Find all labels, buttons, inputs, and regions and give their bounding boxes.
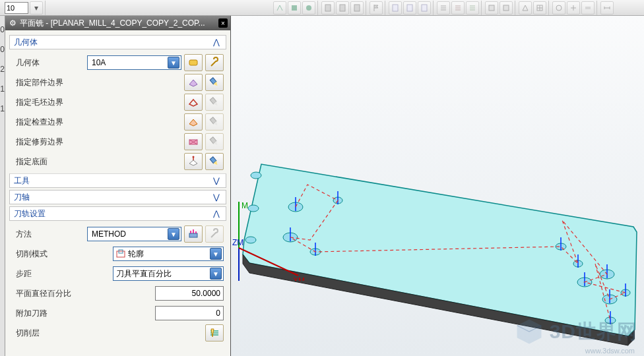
left-rail: 0 0 2 1 1 bbox=[0, 16, 5, 356]
method-dropdown[interactable]: METHOD ▼ bbox=[87, 227, 181, 241]
cut-mode-label: 切削模式 bbox=[16, 249, 84, 260]
section-path-label: 刀轨设置 bbox=[14, 208, 46, 220]
tb-misc-1[interactable] bbox=[552, 1, 565, 15]
tb-doc-3[interactable] bbox=[350, 1, 364, 15]
cut-mode-dropdown[interactable]: 轮廓 ▼ bbox=[113, 247, 224, 261]
svg-rect-22 bbox=[117, 251, 125, 257]
svg-rect-21 bbox=[189, 233, 197, 237]
tb-page-3[interactable] bbox=[418, 1, 431, 15]
step-label: 步距 bbox=[16, 268, 84, 280]
rail-num-3: 1 bbox=[0, 84, 5, 94]
rail-num-2: 2 bbox=[0, 65, 5, 74]
blank-bound-highlight-icon[interactable] bbox=[205, 94, 224, 111]
tb-sheet-1[interactable] bbox=[485, 1, 498, 15]
method-label: 方法 bbox=[16, 229, 84, 240]
section-path[interactable]: 刀轨设置 ⋀ bbox=[9, 206, 226, 221]
geom-body-dropdown[interactable]: 10A ▼ bbox=[87, 55, 181, 70]
tb-list-2[interactable] bbox=[451, 1, 465, 15]
trim-bound-label: 指定修剪边界 bbox=[16, 136, 84, 148]
section-geometry[interactable]: 几何体 ⋀ bbox=[9, 35, 226, 49]
tb-icon-2[interactable] bbox=[288, 1, 301, 15]
svg-rect-7 bbox=[422, 5, 427, 11]
top-toolbar: ▾ bbox=[0, 0, 644, 16]
cut-mode-value: 轮廓 bbox=[128, 249, 207, 260]
rail-num-0: 0 bbox=[0, 25, 5, 34]
part-bound-highlight-icon[interactable] bbox=[205, 74, 224, 91]
watermark: 3D世界网 bbox=[514, 316, 637, 347]
section-tool-label: 工具 bbox=[14, 175, 30, 187]
svg-rect-3 bbox=[340, 5, 345, 11]
axis-triad: M ZM XM bbox=[232, 195, 311, 281]
tb-page-2[interactable] bbox=[403, 1, 416, 15]
geom-wrench-icon[interactable] bbox=[205, 54, 224, 71]
section-axis[interactable]: 刀轴 ⋁ bbox=[9, 190, 226, 204]
trim-bound-icon[interactable] bbox=[184, 133, 203, 150]
cut-level-icon[interactable] bbox=[205, 324, 224, 341]
close-icon[interactable]: × bbox=[218, 18, 228, 28]
rail-num-4: 1 bbox=[0, 104, 5, 113]
chevron-up-icon: ⋀ bbox=[211, 209, 222, 218]
dialog-titlebar[interactable]: ⚙ 平面铣 - [PLANAR_MILL_4_COPY_COPY_2_COP..… bbox=[5, 16, 230, 30]
tb-doc-2[interactable] bbox=[336, 1, 349, 15]
tb-list-3[interactable] bbox=[466, 1, 479, 15]
rail-num-1: 0 bbox=[0, 45, 5, 54]
method-edit-icon[interactable] bbox=[184, 225, 203, 243]
check-bound-icon[interactable] bbox=[184, 113, 203, 131]
svg-rect-2 bbox=[325, 5, 331, 11]
flat-pct-input[interactable] bbox=[155, 286, 224, 301]
tb-doc-1[interactable] bbox=[321, 1, 335, 15]
tb-flag-icon[interactable] bbox=[370, 1, 383, 15]
svg-point-19 bbox=[193, 156, 195, 158]
svg-rect-9 bbox=[503, 5, 509, 11]
profile-icon bbox=[116, 249, 125, 258]
section-axis-label: 刀轴 bbox=[14, 192, 30, 203]
tb-icon-1[interactable] bbox=[273, 1, 286, 15]
chevron-down-icon: ▼ bbox=[210, 248, 222, 260]
section-tool[interactable]: 工具 ⋁ bbox=[9, 173, 226, 188]
tb-triangle-icon[interactable] bbox=[519, 1, 532, 15]
extra-path-label: 附加刀路 bbox=[16, 308, 108, 319]
tb-grid-icon[interactable] bbox=[533, 1, 546, 15]
top-dropdown-icon[interactable]: ▾ bbox=[30, 1, 43, 15]
top-value-input[interactable] bbox=[5, 2, 28, 14]
method-wrench-icon[interactable] bbox=[205, 225, 224, 243]
check-bound-highlight-icon[interactable] bbox=[205, 113, 224, 131]
chevron-down-icon: ⋁ bbox=[211, 176, 222, 185]
trim-bound-highlight-icon[interactable] bbox=[205, 133, 224, 150]
step-value: 刀具平直百分比 bbox=[116, 268, 207, 280]
blank-bound-icon[interactable] bbox=[184, 94, 203, 111]
watermark-sub: www.3dsw.com bbox=[585, 347, 635, 355]
svg-rect-6 bbox=[407, 5, 412, 11]
chevron-down-icon: ⋁ bbox=[211, 193, 222, 202]
step-dropdown[interactable]: 刀具平直百分比 ▼ bbox=[113, 266, 224, 281]
extra-path-input[interactable] bbox=[155, 306, 224, 320]
planar-mill-dialog: ⚙ 平面铣 - [PLANAR_MILL_4_COPY_COPY_2_COP..… bbox=[5, 16, 231, 356]
chevron-up-icon: ⋀ bbox=[211, 38, 222, 47]
chevron-down-icon: ▼ bbox=[168, 228, 179, 240]
part-bound-icon[interactable] bbox=[184, 74, 203, 91]
section-geometry-label: 几何体 bbox=[14, 37, 38, 48]
tb-misc-3[interactable] bbox=[581, 1, 595, 15]
svg-point-11 bbox=[556, 5, 562, 11]
blank-bound-label: 指定毛坯边界 bbox=[16, 97, 84, 108]
tb-page-1[interactable] bbox=[389, 1, 402, 15]
tb-sheet-2[interactable] bbox=[499, 1, 513, 15]
chevron-down-icon: ▼ bbox=[210, 268, 222, 280]
watermark-text: 3D世界网 bbox=[550, 318, 637, 345]
gear-icon: ⚙ bbox=[8, 18, 17, 28]
svg-rect-4 bbox=[354, 5, 360, 11]
floor-icon[interactable] bbox=[184, 153, 203, 170]
viewport-3d[interactable]: M ZM XM 3D世界网 www.3dsw.com bbox=[231, 16, 644, 356]
dialog-title-text: 平面铣 - [PLANAR_MILL_4_COPY_COPY_2_COP... bbox=[20, 18, 216, 29]
axis-zm: ZM bbox=[232, 238, 243, 247]
axis-ym: M bbox=[242, 201, 248, 210]
tb-misc-2[interactable] bbox=[567, 1, 580, 15]
geom-select-icon[interactable] bbox=[184, 54, 203, 71]
tb-list-1[interactable] bbox=[437, 1, 450, 15]
svg-rect-13 bbox=[189, 60, 197, 65]
plate-model bbox=[231, 16, 644, 356]
tb-icon-3[interactable] bbox=[302, 1, 315, 15]
tb-dim-icon[interactable] bbox=[600, 1, 614, 15]
svg-rect-12 bbox=[585, 7, 591, 9]
floor-highlight-icon[interactable] bbox=[205, 153, 224, 170]
